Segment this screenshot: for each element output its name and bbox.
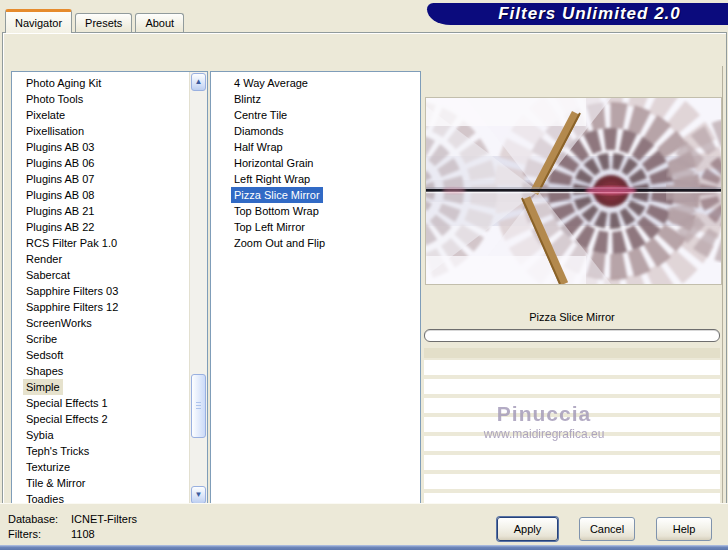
tab-bar: Navigator Presets About bbox=[5, 9, 184, 32]
scrollbar-grip bbox=[196, 402, 201, 410]
category-list-item[interactable]: Scribe bbox=[13, 331, 189, 347]
tab[interactable]: Navigator bbox=[5, 9, 72, 33]
app-title: Filters Unlimited 2.0 bbox=[474, 4, 681, 24]
preview-image bbox=[425, 97, 722, 285]
category-list-item[interactable]: Photo Aging Kit bbox=[13, 75, 189, 91]
category-list-item[interactable]: Pixelate bbox=[13, 107, 189, 123]
category-list-item[interactable]: Plugins AB 03 bbox=[13, 139, 189, 155]
filter-list-item[interactable]: Horizontal Grain bbox=[212, 155, 419, 171]
category-list-item[interactable]: Special Effects 1 bbox=[13, 395, 189, 411]
category-list-item[interactable]: Texturize bbox=[13, 459, 189, 475]
tab-label: About bbox=[145, 17, 174, 29]
filter-list-item[interactable]: Half Wrap bbox=[212, 139, 419, 155]
category-list-item[interactable]: Shapes bbox=[13, 363, 189, 379]
dialog-button[interactable]: Cancel bbox=[579, 517, 635, 541]
preview-panel: Pizza Slice Mirror Pinuccia www.maidireg… bbox=[422, 66, 723, 533]
status-bar: Database: ICNET-Filters Filters: 1108 Ap… bbox=[0, 503, 728, 546]
category-list-item[interactable]: Plugins AB 06 bbox=[13, 155, 189, 171]
tab-label: Navigator bbox=[15, 17, 62, 29]
category-list-item[interactable]: Render bbox=[13, 251, 189, 267]
scrollbar-thumb[interactable] bbox=[191, 374, 206, 438]
category-list-item[interactable]: Special Effects 2 bbox=[13, 411, 189, 427]
status-filters-value: 1108 bbox=[71, 528, 95, 540]
tab[interactable]: About bbox=[135, 13, 184, 32]
filter-list-item[interactable]: Top Bottom Wrap bbox=[212, 203, 419, 219]
category-list-item[interactable]: RCS Filter Pak 1.0 bbox=[13, 235, 189, 251]
category-list-item[interactable]: Plugins AB 08 bbox=[13, 187, 189, 203]
title-banner: Filters Unlimited 2.0 bbox=[427, 3, 728, 25]
filter-listbox: 4 Way Average Blintz Centre Tile Diamond… bbox=[210, 71, 421, 505]
dialog-button[interactable]: Apply bbox=[497, 517, 558, 541]
dialog-buttons: ApplyCancelHelp bbox=[497, 517, 712, 541]
category-list-item[interactable]: Sapphire Filters 03 bbox=[13, 283, 189, 299]
category-list-item[interactable]: Plugins AB 22 bbox=[13, 219, 189, 235]
tab[interactable]: Presets bbox=[75, 13, 132, 32]
filters-unlimited-dialog: Navigator Presets About Filters Unlimite… bbox=[0, 0, 728, 550]
category-list-item[interactable]: Plugins AB 21 bbox=[13, 203, 189, 219]
category-list-item[interactable]: Sabercat bbox=[13, 267, 189, 283]
category-list-item[interactable]: Tile & Mirror bbox=[13, 475, 189, 491]
tab-label: Presets bbox=[85, 17, 122, 29]
category-list-item[interactable]: Plugins AB 07 bbox=[13, 171, 189, 187]
category-list-item[interactable]: Sybia bbox=[13, 427, 189, 443]
category-list-item[interactable]: Simple bbox=[13, 379, 189, 395]
filter-list-item[interactable]: Centre Tile bbox=[212, 107, 419, 123]
filter-list-items: 4 Way Average Blintz Centre Tile Diamond… bbox=[212, 73, 419, 503]
category-list-item[interactable]: Pixellisation bbox=[13, 123, 189, 139]
selected-filter-label: Pizza Slice Mirror bbox=[422, 309, 722, 325]
filter-list-item[interactable]: Zoom Out and Flip bbox=[212, 235, 419, 251]
filter-list-item[interactable]: Blintz bbox=[212, 91, 419, 107]
status-database-value: ICNET-Filters bbox=[71, 513, 137, 525]
status-database: Database: ICNET-Filters bbox=[8, 513, 137, 525]
parameter-slider[interactable] bbox=[424, 329, 720, 342]
category-list-item[interactable]: Photo Tools bbox=[13, 91, 189, 107]
filter-list-item[interactable]: Diamonds bbox=[212, 123, 419, 139]
status-database-label: Database: bbox=[8, 513, 68, 525]
category-list-item[interactable]: Teph's Tricks bbox=[13, 443, 189, 459]
category-list-item[interactable]: Sapphire Filters 12 bbox=[13, 299, 189, 315]
category-list-item[interactable]: Sedsoft bbox=[13, 347, 189, 363]
category-list-item[interactable]: ScreenWorks bbox=[13, 315, 189, 331]
status-filters: Filters: 1108 bbox=[8, 528, 95, 540]
filter-list-item[interactable]: Pizza Slice Mirror bbox=[212, 187, 419, 203]
category-scrollbar[interactable]: ▲ ▼ bbox=[189, 72, 207, 505]
watermark: Pinuccia www.maidiregrafica.eu bbox=[422, 402, 722, 441]
filter-list-item[interactable]: 4 Way Average bbox=[212, 75, 419, 91]
scroll-up-icon[interactable]: ▲ bbox=[191, 73, 206, 91]
watermark-url: www.maidiregrafica.eu bbox=[422, 427, 666, 441]
window-bottom-border bbox=[0, 545, 728, 550]
category-list-items: Photo Aging Kit Photo Tools Pixelate Pix… bbox=[13, 73, 189, 504]
filter-list-item[interactable]: Left Right Wrap bbox=[212, 171, 419, 187]
watermark-title: Pinuccia bbox=[422, 402, 666, 426]
scroll-down-icon[interactable]: ▼ bbox=[191, 486, 206, 504]
navigator-tab-page: Photo Aging Kit Photo Tools Pixelate Pix… bbox=[2, 32, 727, 505]
parameter-divider bbox=[424, 348, 720, 358]
status-filters-label: Filters: bbox=[8, 528, 68, 540]
dialog-button[interactable]: Help bbox=[656, 517, 712, 541]
category-listbox: Photo Aging Kit Photo Tools Pixelate Pix… bbox=[11, 71, 208, 506]
filter-list-item[interactable]: Top Left Mirror bbox=[212, 219, 419, 235]
